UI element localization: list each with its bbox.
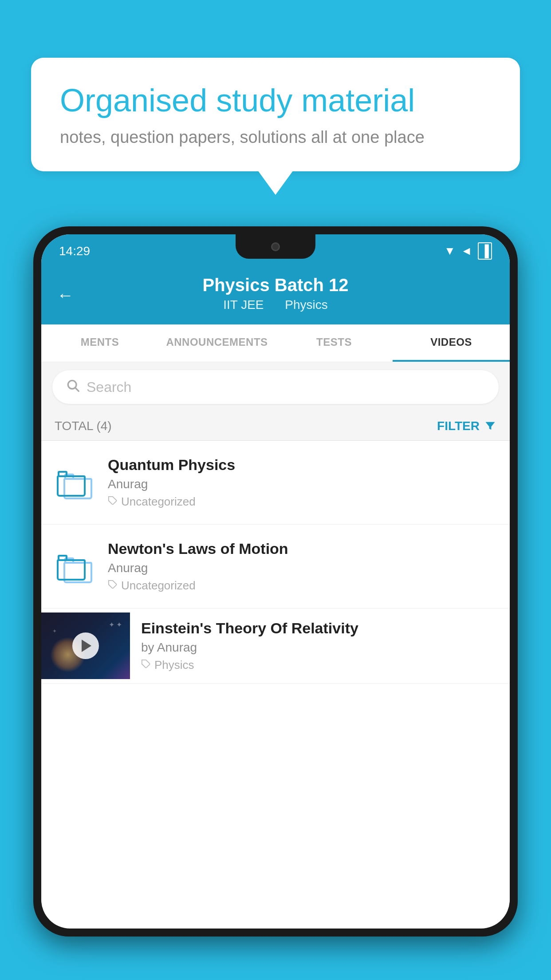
wifi-icon: ▼ (444, 244, 456, 258)
item-author: Anurag (108, 561, 496, 575)
tab-videos[interactable]: VIDEOS (393, 324, 510, 362)
speech-bubble-card: Organised study material notes, question… (31, 58, 520, 171)
phone-mockup: 14:29 ▼ ◄ ▐ ← Physics Batch 12 IIT JEE P… (33, 226, 518, 980)
item-info: Newton's Laws of Motion Anurag Uncategor… (108, 540, 496, 593)
search-placeholder: Search (87, 379, 131, 395)
play-button[interactable] (72, 632, 99, 659)
folder-icon (57, 550, 92, 583)
tab-announcements[interactable]: ANNOUNCEMENTS (158, 324, 276, 362)
subtitle-part1: IIT JEE (223, 298, 264, 312)
phone-frame: 14:29 ▼ ◄ ▐ ← Physics Batch 12 IIT JEE P… (33, 226, 518, 937)
tab-ments[interactable]: MENTS (41, 324, 158, 362)
list-item[interactable]: Newton's Laws of Motion Anurag Uncategor… (41, 525, 510, 609)
tag-icon (141, 658, 151, 672)
filter-button[interactable]: FILTER (437, 419, 496, 433)
battery-icon: ▐ (478, 242, 492, 260)
play-triangle-icon (82, 640, 91, 652)
video-author: by Anurag (141, 640, 499, 655)
status-icons: ▼ ◄ ▐ (444, 242, 492, 260)
filter-row: TOTAL (4) FILTER (41, 412, 510, 441)
item-icon (55, 546, 94, 586)
subtitle-part2: Physics (285, 298, 327, 312)
tab-bar: MENTS ANNOUNCEMENTS TESTS VIDEOS (41, 324, 510, 362)
speech-bubble-subtitle: notes, question papers, solutions all at… (60, 128, 491, 147)
total-count: TOTAL (4) (55, 419, 112, 433)
search-bar[interactable]: Search (52, 370, 499, 404)
item-author: Anurag (108, 477, 496, 491)
search-bar-wrapper: Search (41, 362, 510, 412)
item-title: Quantum Physics (108, 456, 496, 474)
back-button[interactable]: ← (57, 285, 74, 304)
phone-notch (236, 234, 315, 259)
speech-bubble-title: Organised study material (60, 82, 491, 119)
screen-subtitle: IIT JEE Physics (59, 298, 492, 312)
svg-line-1 (75, 388, 79, 391)
video-thumbnail: ✦ ✦ ✦ (41, 612, 130, 679)
folder-front (57, 471, 86, 497)
top-bar: ← Physics Batch 12 IIT JEE Physics (41, 265, 510, 324)
tab-tests[interactable]: TESTS (276, 324, 393, 362)
screen-title: Physics Batch 12 (59, 275, 492, 295)
phone-screen: 14:29 ▼ ◄ ▐ ← Physics Batch 12 IIT JEE P… (41, 234, 510, 929)
item-title: Newton's Laws of Motion (108, 540, 496, 557)
tag-icon (108, 579, 118, 593)
video-tag: Physics (141, 658, 499, 672)
tag-icon (108, 495, 118, 509)
video-title: Einstein's Theory Of Relativity (141, 620, 499, 637)
content-list: Quantum Physics Anurag Uncategorized (41, 441, 510, 684)
item-tag: Uncategorized (108, 579, 496, 593)
item-info: Quantum Physics Anurag Uncategorized (108, 456, 496, 509)
list-item-video[interactable]: ✦ ✦ ✦ Einstein's Theory Of Relativity by… (41, 609, 510, 684)
folder-icon (57, 466, 92, 499)
item-tag: Uncategorized (108, 495, 496, 509)
signal-icon: ◄ (461, 244, 472, 258)
speech-bubble-section: Organised study material notes, question… (31, 58, 520, 195)
video-info: Einstein's Theory Of Relativity by Anura… (130, 609, 510, 683)
folder-front (57, 555, 86, 581)
speech-bubble-arrow (258, 170, 293, 195)
front-camera (271, 242, 280, 251)
search-icon (66, 378, 80, 396)
item-icon (55, 462, 94, 502)
list-item[interactable]: Quantum Physics Anurag Uncategorized (41, 441, 510, 525)
